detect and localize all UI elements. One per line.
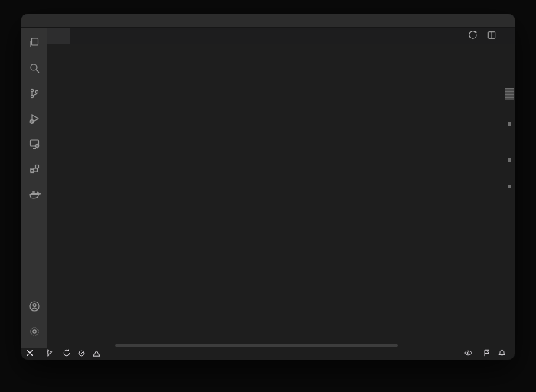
minimize-window-button[interactable] [39,18,45,24]
breadcrumb [47,44,515,54]
ruler-mark [508,122,511,126]
editor-code-area[interactable] [47,54,515,348]
warning-icon [93,350,100,358]
bell-icon [498,349,505,358]
extensions-icon[interactable] [25,160,44,178]
problems-status[interactable] [78,350,103,358]
scrollbar-thumb[interactable] [505,88,514,100]
ruler-mark [508,158,511,162]
status-bar [21,348,515,360]
search-icon[interactable] [25,59,44,77]
ruler-mark [508,185,511,188]
docker-icon[interactable] [25,185,44,204]
explorer-icon[interactable] [25,34,44,52]
activity-bar [21,28,47,348]
eye-icon [464,350,472,358]
feedback-status[interactable] [483,349,490,358]
error-icon [78,350,85,358]
run-debug-icon[interactable] [25,109,44,128]
horizontal-scrollbar[interactable] [115,344,398,347]
window-controls [29,18,55,24]
git-branch-status[interactable] [46,349,55,358]
remote-explorer-icon[interactable] [25,135,44,153]
feedback-flag-icon [483,349,490,358]
tab-example-http-archive[interactable] [47,28,70,44]
vscode-window [21,14,515,360]
account-icon[interactable] [25,297,44,315]
overview-ruler[interactable] [504,54,515,348]
title-bar[interactable] [21,14,515,28]
notifications-status[interactable] [498,349,505,358]
open-changes-icon[interactable] [468,29,478,43]
screencast-status[interactable] [464,350,475,358]
sync-icon [63,349,70,358]
editor-actions [468,28,515,44]
remote-indicator[interactable] [21,348,38,360]
sync-status[interactable] [63,349,70,358]
tab-bar [47,28,515,44]
split-editor-icon[interactable] [487,29,496,43]
source-control-icon[interactable] [25,84,44,103]
source-control-badge [37,96,44,103]
settings-gear-icon[interactable] [25,322,44,341]
zoom-window-button[interactable] [49,18,55,24]
branch-icon [46,349,53,358]
tools-icon [26,349,34,358]
close-window-button[interactable] [29,18,35,24]
